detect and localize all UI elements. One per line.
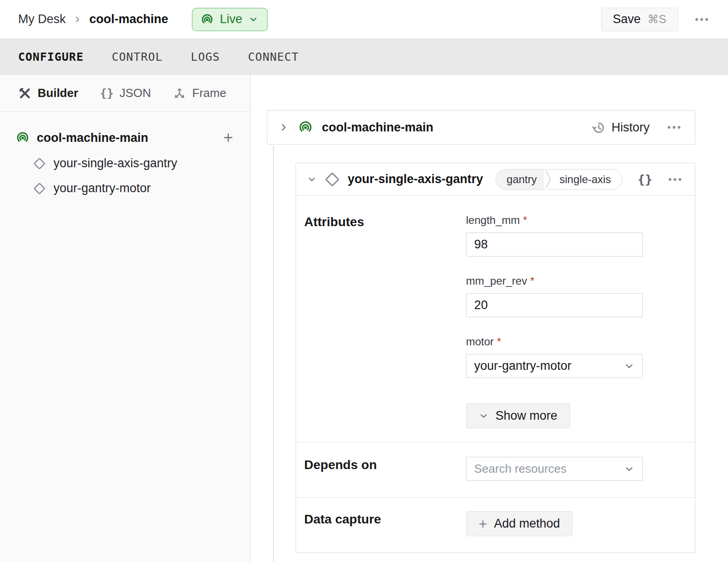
part-header-card: cool-machine-main History xyxy=(267,110,695,145)
config-sidebar: Builder {} JSON Frame xyxy=(0,75,251,562)
attributes-title: Attributes xyxy=(304,214,466,428)
history-clock-icon xyxy=(591,120,606,135)
add-method-button[interactable]: + Add method xyxy=(466,511,573,536)
chevron-down-icon xyxy=(624,464,635,475)
field-label-text: length_mm xyxy=(466,214,520,227)
save-label: Save xyxy=(613,12,641,26)
component-diamond-icon xyxy=(33,182,46,195)
live-status-badge[interactable]: Live xyxy=(192,8,268,31)
part-name: cool-machine-main xyxy=(322,121,433,135)
add-method-label: Add method xyxy=(494,517,560,531)
view-tab-frame[interactable]: Frame xyxy=(173,86,226,100)
tab-configure[interactable]: CONFIGURE xyxy=(18,50,83,63)
tab-connect[interactable]: CONNECT xyxy=(248,50,299,63)
mm-per-rev-input[interactable] xyxy=(466,293,643,317)
add-resource-button[interactable]: + xyxy=(223,130,233,146)
top-bar: My Desk cool-machine Live Save ⌘S xyxy=(0,0,728,39)
expand-part-chevron-icon[interactable] xyxy=(278,122,289,133)
resource-card-gantry: your-single-axis-gantry gantry single-ax… xyxy=(296,163,695,553)
view-tab-label: Builder xyxy=(38,86,78,100)
field-label: length_mm * xyxy=(466,214,643,227)
builder-tools-icon xyxy=(18,87,32,100)
required-marker: * xyxy=(523,214,527,227)
tree-part-name: cool-machine-main xyxy=(37,131,148,145)
show-more-label: Show more xyxy=(495,409,558,423)
motor-select[interactable]: your-gantry-motor xyxy=(466,354,643,378)
field-mm-per-rev: mm_per_rev * xyxy=(466,275,643,317)
view-switcher: Builder {} JSON Frame xyxy=(0,75,250,112)
frame-axis-icon xyxy=(173,87,186,100)
component-diamond-icon xyxy=(33,157,46,170)
attributes-section: Attributes length_mm * mm_per_rev xyxy=(296,196,695,442)
chevron-down-icon xyxy=(624,361,635,372)
length-mm-input[interactable] xyxy=(466,233,643,257)
tree-item-motor[interactable]: your-gantry-motor xyxy=(0,176,250,201)
field-label-text: mm_per_rev xyxy=(466,275,527,287)
history-button[interactable]: History xyxy=(591,120,650,135)
tree-item-main-part[interactable]: cool-machine-main + xyxy=(0,125,250,151)
view-tab-label: Frame xyxy=(192,86,226,100)
history-label: History xyxy=(612,121,650,135)
data-capture-title: Data capture xyxy=(304,511,466,536)
machine-part-icon xyxy=(15,131,30,145)
breadcrumb-separator-icon xyxy=(73,15,82,24)
field-label: mm_per_rev * xyxy=(466,275,643,287)
machine-tab-bar: CONFIGURE CONTROL LOGS CONNECT xyxy=(0,39,728,75)
json-braces-icon: {} xyxy=(100,87,114,100)
resource-tree: cool-machine-main + your-single-axis-gan… xyxy=(0,112,250,201)
machine-part-icon xyxy=(298,120,313,135)
depends-on-select[interactable]: Search resources xyxy=(466,457,643,481)
required-marker: * xyxy=(530,275,534,287)
data-capture-body: + Add method xyxy=(466,511,643,536)
configure-content: Builder {} JSON Frame xyxy=(0,75,728,562)
depends-on-title: Depends on xyxy=(304,457,466,481)
breadcrumb-location-link[interactable]: My Desk xyxy=(18,12,66,26)
save-button[interactable]: Save ⌘S xyxy=(601,8,678,31)
part-overflow-menu-icon[interactable] xyxy=(664,122,684,132)
resource-type-badge: gantry single-axis xyxy=(495,169,622,190)
badge-separator-icon xyxy=(545,169,552,190)
live-label: Live xyxy=(220,12,243,26)
edit-json-icon[interactable]: {} xyxy=(637,172,652,186)
machine-overflow-menu-icon[interactable] xyxy=(692,15,712,24)
part-actions: History xyxy=(591,120,684,135)
resource-type-label: gantry xyxy=(496,170,544,189)
top-bar-actions: Save ⌘S xyxy=(601,8,712,31)
field-label: motor * xyxy=(466,335,643,348)
depends-on-section: Depends on Search resources xyxy=(296,442,695,497)
plus-icon: + xyxy=(479,517,487,531)
view-tab-label: JSON xyxy=(120,86,151,100)
attributes-fields: length_mm * mm_per_rev * xyxy=(466,214,643,428)
save-shortcut: ⌘S xyxy=(647,13,666,26)
resource-name: your-single-axis-gantry xyxy=(348,172,483,186)
data-capture-section: Data capture + Add method xyxy=(296,497,695,552)
field-motor: motor * your-gantry-motor xyxy=(466,335,643,378)
breadcrumb-machine-name: cool-machine xyxy=(89,12,168,26)
field-label-text: motor xyxy=(466,335,494,348)
tree-indent-line xyxy=(273,145,274,562)
breadcrumb: My Desk cool-machine xyxy=(18,12,168,26)
tree-item-gantry[interactable]: your-single-axis-gantry xyxy=(0,151,250,176)
chevron-down-icon xyxy=(248,15,258,24)
motor-select-value: your-gantry-motor xyxy=(474,359,572,373)
view-tab-builder[interactable]: Builder xyxy=(18,86,78,100)
component-diamond-icon xyxy=(325,172,340,187)
required-marker: * xyxy=(497,335,501,348)
resource-overflow-menu-icon[interactable] xyxy=(665,174,685,184)
field-length-mm: length_mm * xyxy=(466,214,643,257)
chevron-down-icon xyxy=(479,411,489,421)
depends-on-placeholder: Search resources xyxy=(474,462,567,476)
resource-actions: {} xyxy=(637,172,685,186)
config-main-panel: cool-machine-main History xyxy=(251,75,728,562)
tab-control[interactable]: CONTROL xyxy=(112,50,162,63)
app: My Desk cool-machine Live Save ⌘S CONFIG… xyxy=(0,0,728,562)
depends-on-body: Search resources xyxy=(466,457,643,481)
view-tab-json[interactable]: {} JSON xyxy=(100,86,151,100)
resource-card-header: your-single-axis-gantry gantry single-ax… xyxy=(296,163,695,196)
tree-component-name: your-single-axis-gantry xyxy=(53,156,177,170)
show-more-button[interactable]: Show more xyxy=(466,403,570,428)
tab-logs[interactable]: LOGS xyxy=(191,50,220,63)
live-broadcast-icon xyxy=(200,13,214,26)
tree-component-name: your-gantry-motor xyxy=(53,181,151,195)
collapse-resource-chevron-icon[interactable] xyxy=(307,174,317,184)
